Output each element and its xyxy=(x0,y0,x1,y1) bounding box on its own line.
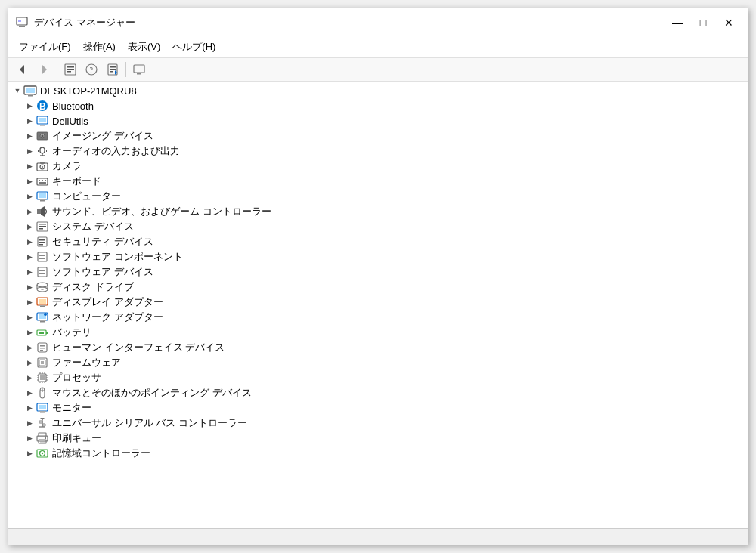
item-label: ソフトウェア コンポーネント xyxy=(52,250,183,264)
tree-area[interactable]: ▼ DESKTOP-21MQRU8 ▶ B Bluetooth xyxy=(8,82,748,528)
svg-point-31 xyxy=(42,135,44,137)
svg-rect-18 xyxy=(137,73,141,75)
svg-rect-8 xyxy=(67,69,74,70)
firmware-icon xyxy=(36,356,49,369)
menu-view[interactable]: 表示(V) xyxy=(122,38,166,56)
child-expander[interactable]: ▶ xyxy=(23,100,36,112)
child-expander[interactable]: ▶ xyxy=(23,341,36,354)
list-item[interactable]: ▶ イメージング デバイス xyxy=(8,128,748,144)
bluetooth-icon: B xyxy=(36,99,49,113)
list-item[interactable]: ▶ プロセッサ xyxy=(8,370,748,385)
child-expander[interactable]: ▶ xyxy=(23,130,36,142)
list-item[interactable]: ▶ コンピューター xyxy=(8,189,748,204)
child-expander[interactable]: ▶ xyxy=(23,145,36,157)
list-item[interactable]: ▶ ソフトウェア デバイス xyxy=(8,264,748,280)
svg-rect-3 xyxy=(18,20,21,22)
child-expander[interactable]: ▶ xyxy=(23,432,36,444)
list-item[interactable]: ▶ セキュリティ デバイス xyxy=(8,234,748,249)
help-button[interactable]: ? xyxy=(82,60,101,79)
svg-rect-58 xyxy=(38,252,47,261)
child-expander[interactable]: ▶ xyxy=(23,402,36,414)
tree-root[interactable]: ▼ DESKTOP-21MQRU8 xyxy=(8,83,748,98)
list-item[interactable]: ▶ ヒューマン インターフェイス デバイス xyxy=(8,340,748,355)
svg-rect-59 xyxy=(39,255,45,256)
child-expander[interactable]: ▶ xyxy=(23,190,36,202)
child-expander[interactable]: ▶ xyxy=(23,236,36,248)
root-expander[interactable]: ▼ xyxy=(11,85,23,97)
svg-rect-40 xyxy=(39,180,40,181)
child-expander[interactable]: ▶ xyxy=(23,357,36,369)
storage-icon xyxy=(36,446,49,460)
back-button[interactable] xyxy=(13,60,33,79)
list-item[interactable]: ▶ ソフトウェア コンポーネント xyxy=(8,249,748,264)
child-expander[interactable]: ▶ xyxy=(23,160,36,172)
list-item[interactable]: ▶ オーディオの入力および出力 xyxy=(8,144,748,159)
item-label: セキュリティ デバイス xyxy=(52,235,153,249)
list-item[interactable]: ▶ ファームウェア xyxy=(8,355,748,370)
imaging-icon xyxy=(36,129,49,143)
child-expander[interactable]: ▶ xyxy=(23,447,36,459)
list-item[interactable]: ▶ サウンド、ビデオ、およびゲーム コントローラー xyxy=(8,204,748,219)
minimize-button[interactable]: — xyxy=(666,14,689,31)
list-item[interactable]: ▶ マウスとそのほかのポインティング デバイス xyxy=(8,385,748,400)
child-expander[interactable]: ▶ xyxy=(23,311,36,323)
list-item[interactable]: ▶ DellUtils xyxy=(8,113,748,128)
svg-rect-75 xyxy=(40,321,45,323)
list-item[interactable]: ▶ システム デバイス xyxy=(8,219,748,234)
mouse-icon xyxy=(36,386,49,400)
close-button[interactable]: ✕ xyxy=(717,14,740,31)
child-expander[interactable]: ▶ xyxy=(23,251,36,263)
svg-rect-117 xyxy=(40,441,45,443)
item-label: ディスプレイ アダプター xyxy=(52,295,163,309)
status-bar xyxy=(8,528,748,545)
item-label: DellUtils xyxy=(52,116,88,127)
list-item[interactable]: ▶ モニター xyxy=(8,400,748,416)
svg-rect-41 xyxy=(42,180,43,181)
list-item[interactable]: ▶ ディスプレイ アダプター xyxy=(8,295,748,310)
svg-rect-38 xyxy=(40,162,45,164)
list-item[interactable]: ▶ バッテリ xyxy=(8,325,748,340)
item-label: イメージング デバイス xyxy=(52,129,153,143)
print-icon xyxy=(36,431,49,445)
list-item[interactable]: ▶ 印刷キュー xyxy=(8,431,748,446)
title-bar-left: デバイス マネージャー xyxy=(16,16,135,29)
child-expander[interactable]: ▶ xyxy=(23,372,36,384)
maximize-button[interactable]: □ xyxy=(692,14,714,31)
child-expander[interactable]: ▶ xyxy=(23,205,36,218)
child-expander[interactable]: ▶ xyxy=(23,175,36,187)
svg-point-121 xyxy=(42,453,43,454)
svg-rect-23 xyxy=(26,94,34,95)
svg-point-77 xyxy=(44,313,47,316)
svg-rect-53 xyxy=(39,228,43,230)
menu-action[interactable]: 操作(A) xyxy=(77,38,122,56)
menu-help[interactable]: ヘルプ(H) xyxy=(166,38,222,56)
display-button[interactable] xyxy=(129,60,149,79)
svg-text:?: ? xyxy=(90,66,94,74)
forward-button[interactable] xyxy=(34,60,54,79)
update-button[interactable] xyxy=(103,60,122,79)
display-icon xyxy=(36,295,49,309)
svg-rect-28 xyxy=(40,125,45,126)
menu-file[interactable]: ファイル(F) xyxy=(13,38,77,56)
properties-button[interactable] xyxy=(60,60,80,79)
child-expander[interactable]: ▶ xyxy=(23,281,36,293)
child-expander[interactable]: ▶ xyxy=(23,221,36,233)
list-item[interactable]: ▶ ネットワーク アダプター xyxy=(8,310,748,325)
svg-rect-17 xyxy=(134,65,144,73)
list-item[interactable]: ▶ キーボード xyxy=(8,174,748,189)
list-item[interactable]: ▶ B Bluetooth xyxy=(8,98,748,113)
list-item[interactable]: ▶ ユニバーサル シリアル バス コントローラー xyxy=(8,416,748,431)
list-item[interactable]: ▶ 記憶域コントローラー xyxy=(8,446,748,461)
list-item[interactable]: ▶ カメラ xyxy=(8,159,748,174)
child-expander[interactable]: ▶ xyxy=(23,296,36,308)
child-expander[interactable]: ▶ xyxy=(23,266,36,278)
battery-icon xyxy=(36,326,49,339)
child-expander[interactable]: ▶ xyxy=(23,387,36,399)
sound-icon xyxy=(36,205,49,218)
disk-icon xyxy=(36,280,49,294)
child-expander[interactable]: ▶ xyxy=(23,115,36,127)
child-expander[interactable]: ▶ xyxy=(23,326,36,338)
item-label: カメラ xyxy=(52,159,82,173)
list-item[interactable]: ▶ ディスク ドライブ xyxy=(8,280,748,295)
child-expander[interactable]: ▶ xyxy=(23,417,36,429)
